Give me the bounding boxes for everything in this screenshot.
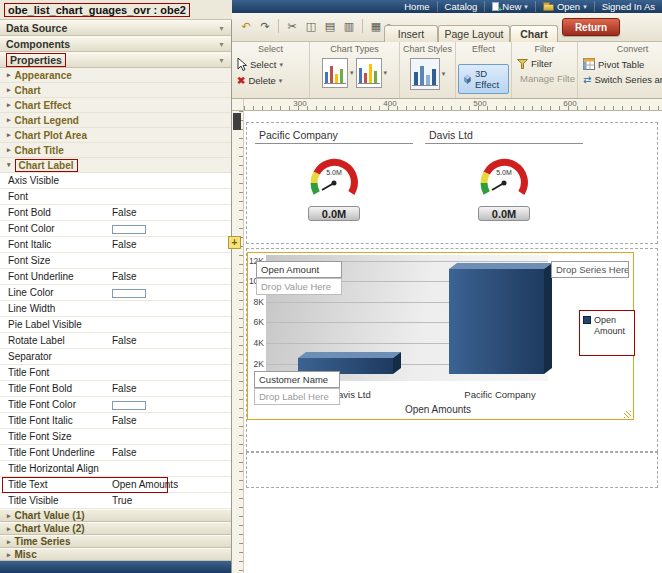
- section-chart-value-2[interactable]: ▸Chart Value (2): [0, 522, 231, 535]
- category-chart-legend[interactable]: ▸Chart Legend: [0, 113, 231, 128]
- manage-filters-button[interactable]: Manage Filters: [514, 71, 575, 86]
- chart-ribbon: Select Select ▾ ✖ Delete ▾ Chart Types ▾…: [232, 42, 662, 99]
- property-row-title-font-color[interactable]: Title Font Color: [0, 397, 231, 413]
- property-row[interactable]: Font Size: [0, 253, 231, 269]
- delete-x-icon: ✖: [237, 75, 245, 86]
- section-chart-value-1[interactable]: ▸Chart Value (1): [0, 509, 231, 522]
- gauge-davis-ltd[interactable]: 5.0M: [472, 157, 536, 203]
- section-components[interactable]: Components ▼: [0, 36, 231, 52]
- tab-insert[interactable]: Insert: [384, 25, 438, 42]
- collapse-icon[interactable]: ▼: [218, 57, 225, 64]
- category-chart-plot-area[interactable]: ▸Chart Plot Area: [0, 128, 231, 143]
- tab-page-layout[interactable]: Page Layout: [438, 25, 510, 42]
- expand-icon: ▸: [7, 101, 11, 109]
- open-folder-icon: [543, 4, 554, 11]
- undo-icon[interactable]: ↶: [238, 18, 254, 34]
- bar-chart-type-thumbnail[interactable]: [322, 58, 348, 88]
- cut-icon[interactable]: ✂: [284, 18, 300, 34]
- gauge-value-badge: 0.0M: [308, 206, 360, 221]
- property-row[interactable]: Title Font Size: [0, 429, 231, 445]
- bar-pacific-company: [449, 263, 552, 374]
- chart-style-thumbnail[interactable]: [410, 58, 440, 90]
- resize-handle[interactable]: [624, 411, 631, 418]
- section-properties[interactable]: Properties ▼: [0, 52, 231, 68]
- paste-special-icon[interactable]: ▥: [341, 18, 357, 34]
- nav-open-menu[interactable]: Open ▾: [535, 1, 594, 12]
- gauge-cell-davis[interactable]: Davis Ltd 5.0M 0.0M: [425, 127, 583, 241]
- global-nav: Home Catalog New ▾ Open ▾ Signed In As: [232, 0, 662, 13]
- section-time-series[interactable]: ▸Time Series: [0, 535, 231, 548]
- collapse-icon[interactable]: ▼: [218, 25, 225, 32]
- tab-chart[interactable]: Chart: [510, 25, 558, 42]
- return-button[interactable]: Return: [562, 18, 620, 36]
- gauge-cell-pacific[interactable]: Pacific Company 5.0M 0.0M: [255, 127, 413, 241]
- category-chart-label[interactable]: ▾Chart Label: [0, 158, 231, 173]
- property-row[interactable]: Line Width: [0, 301, 231, 317]
- 3d-effect-toggle[interactable]: 3D Effect: [458, 64, 509, 94]
- redo-icon[interactable]: ↷: [257, 18, 273, 34]
- select-button[interactable]: Select ▾: [234, 56, 307, 73]
- property-row[interactable]: Axis Visible: [0, 173, 231, 189]
- ribbon-group-chart-styles: Chart Styles ▾: [400, 42, 456, 98]
- property-row[interactable]: Rotate LabelFalse: [0, 333, 231, 349]
- chevron-down-icon[interactable]: ▾: [442, 70, 446, 78]
- property-row-title-text[interactable]: Title TextOpen Amounts: [0, 477, 231, 493]
- property-row[interactable]: Font ItalicFalse: [0, 237, 231, 253]
- category-chart[interactable]: ▸Chart: [0, 83, 231, 98]
- table-icon[interactable]: ▦: [368, 18, 384, 34]
- color-swatch[interactable]: [112, 225, 146, 234]
- section-data-source[interactable]: Data Source ▼: [0, 20, 231, 36]
- collapse-icon[interactable]: ▼: [218, 41, 225, 48]
- insert-row-handle[interactable]: +: [228, 236, 241, 249]
- filter-button[interactable]: Filter: [514, 56, 575, 71]
- gauge-table-region[interactable]: Pacific Company 5.0M 0.0M Davis Ltd: [246, 122, 658, 244]
- category-chart-effect[interactable]: ▸Chart Effect: [0, 98, 231, 113]
- property-row[interactable]: Title Font ItalicFalse: [0, 413, 231, 429]
- property-row-line-color[interactable]: Line Color: [0, 285, 231, 301]
- empty-layout-region[interactable]: [246, 452, 658, 488]
- value-field-chip[interactable]: Open Amount: [256, 261, 342, 278]
- category-appearance[interactable]: ▸Appearance: [0, 68, 231, 83]
- property-row[interactable]: Pie Label Visible: [0, 317, 231, 333]
- property-row[interactable]: Title Font: [0, 365, 231, 381]
- label-field-chip[interactable]: Customer Name: [254, 371, 340, 388]
- bar-chart-type-thumbnail-2[interactable]: [356, 58, 382, 88]
- property-row[interactable]: Title VisibleTrue: [0, 493, 231, 509]
- property-row[interactable]: Separator: [0, 349, 231, 365]
- category-chart-title[interactable]: ▸Chart Title: [0, 143, 231, 158]
- ribbon-group-chart-types: Chart Types ▾ ▾: [310, 42, 400, 98]
- chevron-down-icon: ▾: [583, 3, 587, 11]
- nav-new-menu[interactable]: New ▾: [484, 1, 535, 12]
- chevron-down-icon[interactable]: ▾: [350, 69, 354, 77]
- selected-chart-component[interactable]: 12K 10K 8K 6K 4K 2K Davis Ltd Pacific Co…: [247, 252, 634, 420]
- delete-button[interactable]: ✖ Delete ▾: [234, 73, 307, 88]
- property-row[interactable]: Title Horizontal Align: [0, 461, 231, 477]
- x-axis-label: Pacific Company: [449, 389, 551, 400]
- property-row[interactable]: Font UnderlineFalse: [0, 269, 231, 285]
- expand-icon: ▸: [7, 86, 11, 94]
- property-row[interactable]: Title Font UnderlineFalse: [0, 445, 231, 461]
- design-canvas[interactable]: Pacific Company 5.0M 0.0M Davis Ltd: [244, 111, 662, 573]
- drop-series-target[interactable]: Drop Series Here: [551, 261, 629, 278]
- color-swatch[interactable]: [112, 289, 146, 298]
- chart-title: Open Amounts: [328, 404, 548, 415]
- drop-value-target[interactable]: Drop Value Here: [256, 278, 342, 295]
- nav-home[interactable]: Home: [397, 1, 436, 12]
- property-row[interactable]: Font BoldFalse: [0, 205, 231, 221]
- nav-catalog[interactable]: Catalog: [437, 1, 485, 12]
- section-misc[interactable]: ▸Misc: [0, 548, 231, 561]
- property-row[interactable]: Title Font BoldFalse: [0, 381, 231, 397]
- gauge-value-badge: 0.0M: [478, 206, 530, 221]
- property-row-font-color[interactable]: Font Color: [0, 221, 231, 237]
- gauge-pacific-company[interactable]: 5.0M: [302, 157, 366, 203]
- paste-icon[interactable]: ▤: [322, 18, 338, 34]
- ruler-position-marker: [233, 113, 241, 130]
- color-swatch[interactable]: [112, 401, 146, 410]
- chart-legend[interactable]: Open Amount: [579, 310, 635, 356]
- copy-icon[interactable]: ◫: [303, 18, 319, 34]
- chevron-down-icon[interactable]: ▾: [384, 69, 388, 77]
- property-row[interactable]: Font: [0, 189, 231, 205]
- switch-series-button[interactable]: ⇄ Switch Series and: [580, 72, 662, 87]
- pivot-table-button[interactable]: Pivot Table: [580, 56, 662, 72]
- drop-label-target[interactable]: Drop Label Here: [254, 388, 340, 405]
